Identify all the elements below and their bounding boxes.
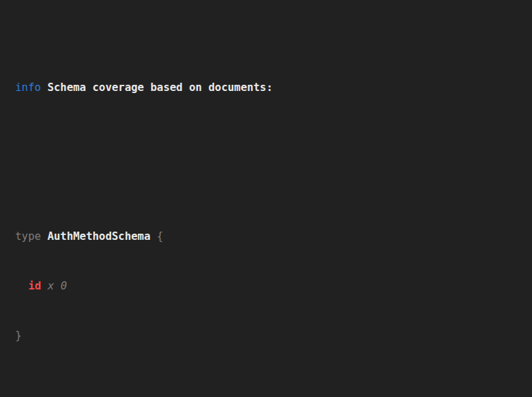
blank-line <box>15 394 525 397</box>
field-name: id <box>28 280 41 292</box>
close-brace: } <box>15 329 21 342</box>
type-close-line: } <box>15 327 525 344</box>
type-keyword: type <box>15 230 41 243</box>
coverage-header-line: info Schema coverage based on documents: <box>15 79 525 96</box>
type-name: AuthMethodSchema <box>48 230 150 243</box>
coverage-header-message: Schema coverage based on documents: <box>48 81 273 94</box>
open-brace: { <box>157 230 163 243</box>
blank-line <box>15 145 525 162</box>
field-hit-count: 0 <box>61 280 67 292</box>
field-row: id x 0 <box>15 278 525 294</box>
type-declaration: type AuthMethodSchema { <box>15 228 525 245</box>
terminal-output[interactable]: info Schema coverage based on documents:… <box>0 0 532 397</box>
times-symbol: x <box>48 280 54 292</box>
log-level-label: info <box>15 81 41 94</box>
